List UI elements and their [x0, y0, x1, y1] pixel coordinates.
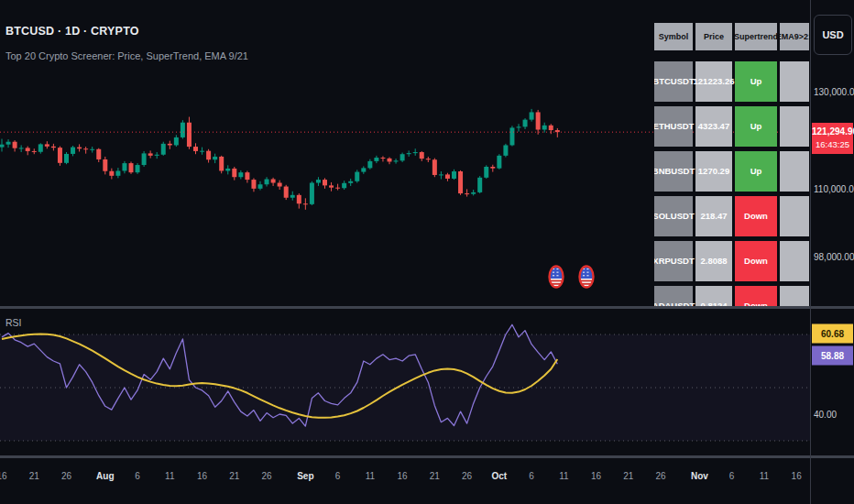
- price-cell: 4323.47: [695, 106, 732, 147]
- ema-cell: [780, 241, 809, 281]
- price-cell: 2.8088: [695, 241, 732, 281]
- time-axis-day-label: 26: [462, 471, 472, 481]
- chart-legend: BTCUSD · 1D · CRYPTO Top 20 Crypto Scree…: [5, 25, 248, 61]
- screener-row: BNBUSDT1270.29Up: [654, 151, 809, 192]
- pane-divider-main-rsi[interactable]: [0, 306, 854, 309]
- symbol-cell: BTCUSDT: [654, 61, 693, 102]
- ema-cell: [780, 61, 809, 102]
- time-axis-day-label: 11: [559, 471, 568, 481]
- price-cell: 218.47: [695, 196, 732, 236]
- flag-marker-icon: [549, 266, 564, 288]
- time-axis-day-label: 26: [61, 471, 71, 481]
- time-axis-month-label: Nov: [691, 471, 708, 481]
- supertrend-cell: Up: [735, 61, 777, 102]
- last-price-label: 121,294.90 16:43:25: [812, 123, 853, 154]
- supertrend-cell: Down: [735, 286, 777, 306]
- screener-header-row: SymbolPriceSupertrendEMA9>21: [654, 23, 809, 50]
- symbol-cell: XRPUSDT: [654, 241, 693, 281]
- time-axis-month-label: Oct: [492, 471, 508, 481]
- price-cell: 121223.26: [695, 61, 732, 102]
- time-axis-day-label: 6: [529, 471, 534, 481]
- price-cell: 0.8124: [695, 286, 732, 306]
- supertrend-cell: Up: [735, 106, 777, 147]
- time-axis-day-label: 11: [760, 471, 769, 481]
- ema-cell: [780, 286, 809, 306]
- screener-column-header: Supertrend: [735, 23, 777, 50]
- price-axis-label: 110,000.00: [814, 184, 854, 194]
- rsi-ma-value-label: 60.68: [812, 324, 853, 344]
- rsi-level-label: 40.00: [814, 410, 837, 420]
- screener-row: BTCUSDT121223.26Up: [654, 61, 809, 102]
- currency-toggle-button[interactable]: USD: [814, 15, 852, 55]
- crypto-screener-table: SymbolPriceSupertrendEMA9>21BTCUSDT12122…: [654, 23, 809, 306]
- time-axis-day-label: 6: [729, 471, 735, 481]
- trading-chart-window: BTCUSD · 1D · CRYPTO Top 20 Crypto Scree…: [0, 0, 854, 504]
- price-cell: 1270.29: [695, 151, 732, 192]
- rsi-pane-title[interactable]: RSI: [5, 317, 22, 328]
- time-axis-day-label: 11: [165, 471, 174, 481]
- time-axis-day-label: 26: [261, 471, 271, 481]
- rsi-value-label: 58.88: [812, 346, 853, 366]
- rsi-band-fill: [0, 334, 810, 441]
- time-axis-day-label: 16: [197, 471, 207, 481]
- screener-row: ETHUSDT4323.47Up: [654, 106, 809, 147]
- screener-column-header: EMA9>21: [780, 23, 809, 50]
- time-axis-day-label: 6: [335, 471, 341, 481]
- candles-group: [0, 109, 560, 210]
- symbol-title[interactable]: BTCUSD · 1D · CRYPTO: [5, 25, 248, 38]
- flag-marker-icon: [579, 266, 594, 288]
- supertrend-cell: Down: [735, 196, 777, 236]
- time-axis-month-label: Aug: [96, 471, 114, 481]
- screener-row: SOLUSDT218.47Down: [654, 196, 809, 236]
- screener-column-header: Symbol: [654, 23, 693, 50]
- time-axis-day-label: 21: [623, 471, 633, 481]
- last-price-value: 121,294.90: [812, 126, 853, 138]
- time-axis-month-label: Sep: [297, 471, 313, 481]
- price-axis-label: 130,000.00: [814, 87, 854, 97]
- supertrend-cell: Up: [735, 151, 777, 192]
- ema-cell: [780, 106, 809, 147]
- bar-countdown: 16:43:25: [812, 138, 853, 150]
- time-axis-day-label: 16: [792, 471, 802, 481]
- symbol-cell: SOLUSDT: [654, 196, 693, 236]
- supertrend-cell: Down: [735, 241, 777, 281]
- time-axis-day-label: 6: [135, 471, 140, 481]
- time-axis-day-label: 21: [229, 471, 239, 481]
- time-axis-day-label: 16: [398, 471, 408, 481]
- screener-row: XRPUSDT2.8088Down: [654, 241, 809, 281]
- time-axis-day-label: 16: [591, 471, 601, 481]
- ema-cell: [780, 196, 809, 236]
- ema-cell: [780, 151, 809, 192]
- price-axis-label: 98,000.00: [814, 252, 854, 262]
- time-axis-day-label: 21: [430, 471, 440, 481]
- symbol-cell: BNBUSDT: [654, 151, 693, 192]
- indicator-title[interactable]: Top 20 Crypto Screener: Price, SuperTren…: [5, 50, 248, 61]
- screener-row: ADAUSDT0.8124Down: [654, 286, 809, 306]
- symbol-cell: ADAUSDT: [654, 286, 693, 306]
- time-axis-day-label: 16: [0, 471, 7, 481]
- time-axis-day-label: 11: [366, 471, 375, 481]
- price-axis[interactable]: USD 121,294.90 16:43:25 60.68 58.88 40.0…: [811, 0, 854, 504]
- time-axis[interactable]: 162126Aug611162126Sep611162126Oct6111621…: [0, 458, 810, 504]
- time-axis-day-label: 21: [29, 471, 39, 481]
- pane-divider-rsi-timeaxis[interactable]: [0, 455, 854, 458]
- screener-column-header: Price: [695, 23, 732, 50]
- time-axis-day-label: 26: [656, 471, 666, 481]
- symbol-cell: ETHUSDT: [654, 106, 693, 147]
